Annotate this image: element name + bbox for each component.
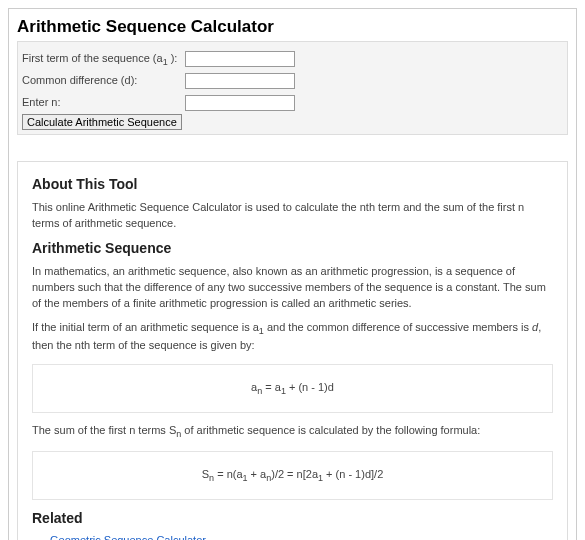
formula-sum: Sn = n(a1 + an)/2 = n[2a1 + (n - 1)d]/2 xyxy=(32,451,553,500)
common-diff-row: Common difference (d): xyxy=(22,70,563,90)
n-input[interactable] xyxy=(185,95,295,111)
enter-n-row: Enter n: xyxy=(22,92,563,112)
sum-line: The sum of the first n terms Sn of arith… xyxy=(32,423,553,441)
first-term-label: First term of the sequence (a1 ): xyxy=(22,48,182,72)
content-box: About This Tool This online Arithmetic S… xyxy=(17,161,568,540)
calculator-form: First term of the sequence (a1 ): Common… xyxy=(17,41,568,135)
calculate-button[interactable]: Calculate Arithmetic Sequence xyxy=(22,114,182,130)
about-heading: About This Tool xyxy=(32,176,553,192)
formula-nth-term: an = a1 + (n - 1)d xyxy=(32,364,553,413)
related-heading: Related xyxy=(32,510,553,526)
first-term-input[interactable] xyxy=(185,51,295,67)
sequence-para-1: In mathematics, an arithmetic sequence, … xyxy=(32,264,553,312)
common-diff-input[interactable] xyxy=(185,73,295,89)
first-term-row: First term of the sequence (a1 ): xyxy=(22,48,563,68)
about-intro: This online Arithmetic Sequence Calculat… xyxy=(32,200,553,232)
enter-n-label: Enter n: xyxy=(22,92,182,112)
page-title: Arithmetic Sequence Calculator xyxy=(17,17,568,37)
sequence-heading: Arithmetic Sequence xyxy=(32,240,553,256)
common-diff-label: Common difference (d): xyxy=(22,70,182,90)
sequence-para-2: If the initial term of an arithmetic seq… xyxy=(32,320,553,354)
page-container: Arithmetic Sequence Calculator First ter… xyxy=(8,8,577,540)
list-item: Geometric Sequence Calculator xyxy=(50,534,553,540)
button-row: Calculate Arithmetic Sequence xyxy=(22,114,563,130)
related-list: Geometric Sequence Calculator xyxy=(32,534,553,540)
related-link[interactable]: Geometric Sequence Calculator xyxy=(50,534,206,540)
